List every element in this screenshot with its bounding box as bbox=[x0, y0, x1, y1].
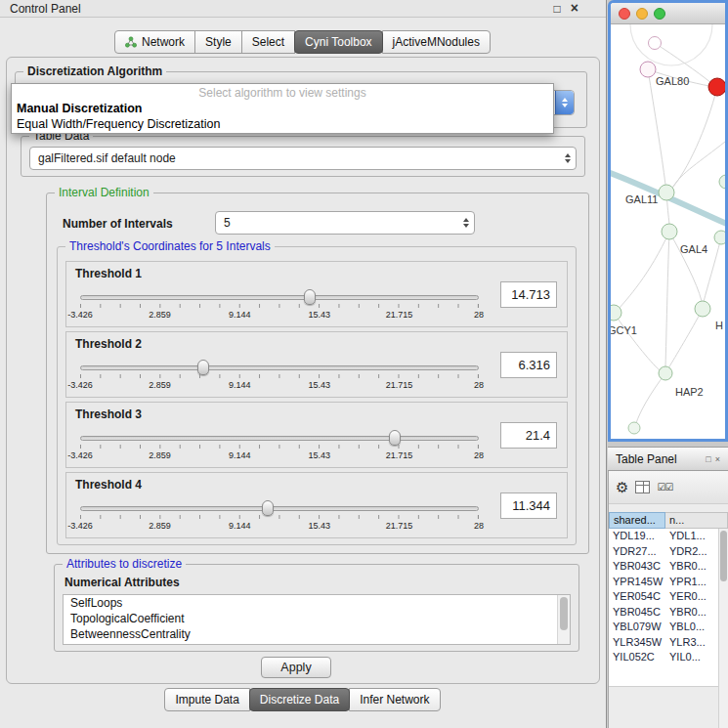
table-panel-header: Table Panel □ × bbox=[608, 447, 728, 471]
network-node-selected[interactable] bbox=[708, 78, 725, 96]
node-label-gal4: GAL4 bbox=[680, 243, 707, 255]
scrollbar-thumb[interactable] bbox=[720, 531, 727, 581]
table-scrollbar[interactable] bbox=[718, 529, 728, 728]
slider-ticks bbox=[80, 304, 479, 308]
network-node[interactable] bbox=[719, 175, 725, 189]
slider-track[interactable] bbox=[80, 295, 479, 300]
dropdown-option-equal-width[interactable]: Equal Width/Frequency Discretization bbox=[12, 116, 553, 132]
table-data-select[interactable]: galFiltered.sif default node bbox=[29, 147, 577, 170]
tab-jactivemnodules[interactable]: jActiveMNodules bbox=[382, 30, 491, 54]
number-of-intervals-select[interactable]: 5 bbox=[215, 211, 475, 235]
slider-thumb[interactable] bbox=[197, 360, 209, 375]
select-columns-icon[interactable]: ☑☑ bbox=[657, 482, 672, 492]
attributes-group-title: Attributes to discretize bbox=[63, 557, 186, 571]
float-window-icon[interactable]: □ bbox=[554, 2, 561, 16]
slider-track[interactable] bbox=[80, 506, 479, 511]
table-row[interactable]: YPR145W YPR1... bbox=[609, 575, 728, 590]
cell-shared-name[interactable]: YPR145W bbox=[609, 575, 665, 590]
float-panel-icon[interactable]: □ bbox=[706, 454, 710, 464]
node-label-hap2: HAP2 bbox=[675, 386, 704, 398]
slider-track[interactable] bbox=[80, 365, 479, 370]
column-header-name[interactable]: n... bbox=[665, 512, 728, 529]
threshold-2-value[interactable]: 6.316 bbox=[500, 352, 557, 378]
table-row[interactable]: YBL079W YBL0... bbox=[609, 620, 728, 635]
list-item[interactable]: BetweennessCentrality bbox=[64, 626, 570, 642]
network-node-gal11[interactable] bbox=[659, 185, 674, 200]
columns-icon[interactable] bbox=[635, 481, 650, 493]
tick-label: 28 bbox=[474, 380, 484, 390]
cyni-toolbox-panel: Discretization Algorithm Select algorith… bbox=[6, 57, 600, 684]
tab-discretize-data[interactable]: Discretize Data bbox=[249, 688, 350, 711]
cell-shared-name[interactable]: YDL19... bbox=[609, 529, 665, 544]
control-panel-window: Control Panel □ × Network Style Select C… bbox=[0, 0, 607, 728]
table-row[interactable]: YBR043C YBR0... bbox=[609, 559, 728, 575]
network-node[interactable] bbox=[628, 422, 640, 434]
threshold-3-value[interactable]: 21.4 bbox=[500, 422, 557, 449]
node-table-area: ⚙ ☑☑ shared... n... YDL19... YDL1... YDR… bbox=[608, 471, 728, 728]
list-item[interactable]: TopologicalCoefficient bbox=[64, 611, 570, 626]
table-row[interactable]: YER054C YER0... bbox=[609, 589, 728, 605]
slider-track[interactable] bbox=[80, 436, 479, 441]
cell-shared-name[interactable]: YER054C bbox=[609, 589, 665, 605]
tab-style[interactable]: Style bbox=[194, 30, 242, 54]
threshold-2-label: Threshold 2 bbox=[75, 337, 142, 351]
table-row[interactable]: YIL052C YIL0... bbox=[609, 650, 728, 665]
slider-thumb[interactable] bbox=[262, 500, 274, 516]
slider-thumb[interactable] bbox=[304, 289, 316, 305]
column-header-shared-name[interactable]: shared... bbox=[609, 512, 665, 529]
dropdown-placeholder: Select algorithm to view settings bbox=[12, 84, 553, 101]
threshold-4-value[interactable]: 11.344 bbox=[500, 492, 557, 519]
tick-label: 9.144 bbox=[229, 310, 251, 320]
cell-shared-name[interactable]: YLR345W bbox=[609, 635, 665, 651]
combo-stepper-icon bbox=[560, 148, 576, 169]
table-data-group: Table Data galFiltered.sif default node bbox=[21, 136, 585, 177]
table-row[interactable]: YBR045C YBR0... bbox=[609, 605, 728, 621]
tab-impute-data[interactable]: Impute Data bbox=[164, 688, 249, 711]
table-row[interactable]: YDR27... YDR2... bbox=[609, 544, 728, 560]
dropdown-option-manual-discretization[interactable]: Manual Discretization bbox=[12, 101, 553, 116]
gear-icon[interactable]: ⚙ bbox=[616, 480, 628, 494]
tab-infer-network[interactable]: Infer Network bbox=[349, 688, 440, 711]
list-item[interactable]: SelfLoops bbox=[64, 595, 570, 611]
network-node-hap2[interactable] bbox=[659, 366, 672, 380]
cell-shared-name[interactable]: YBR043C bbox=[609, 559, 665, 575]
slider-thumb[interactable] bbox=[389, 430, 401, 446]
close-panel-icon[interactable]: × bbox=[715, 454, 720, 464]
cell-shared-name[interactable]: YBL079W bbox=[609, 620, 665, 635]
tab-network[interactable]: Network bbox=[114, 30, 195, 54]
cell-shared-name[interactable]: YBR045C bbox=[609, 605, 665, 621]
table-row[interactable]: YLR345W YLR3... bbox=[609, 635, 728, 651]
attributes-list-scrollbar[interactable] bbox=[557, 595, 570, 644]
threshold-3-slider[interactable]: -3.426 2.859 9.144 15.43 21.715 28 bbox=[80, 430, 479, 463]
network-node[interactable] bbox=[714, 231, 725, 244]
zoom-traffic-light-icon[interactable] bbox=[654, 8, 665, 20]
threshold-1-slider[interactable]: -3.426 2.859 9.144 15.43 21.715 28 bbox=[80, 289, 479, 322]
threshold-1-value[interactable]: 14.713 bbox=[500, 281, 557, 308]
close-traffic-light-icon[interactable] bbox=[619, 8, 630, 20]
network-node-gal4[interactable] bbox=[662, 224, 677, 239]
network-canvas[interactable]: GAL80 GAL11 GAL4 GCY1 H HAP2 bbox=[611, 24, 725, 439]
cell-shared-name[interactable]: YDR27... bbox=[609, 544, 665, 560]
close-window-icon[interactable]: × bbox=[571, 2, 578, 16]
network-node[interactable] bbox=[695, 301, 710, 317]
cell-shared-name[interactable]: YIL052C bbox=[609, 650, 665, 665]
scrollbar-thumb[interactable] bbox=[560, 597, 568, 630]
network-node-gcy1[interactable] bbox=[611, 305, 621, 321]
network-node-gal80[interactable] bbox=[640, 62, 656, 77]
network-view-window: GAL80 GAL11 GAL4 GCY1 H HAP2 bbox=[608, 0, 728, 442]
tick-label: 2.859 bbox=[149, 521, 171, 531]
table-row[interactable]: YDL19... YDL1... bbox=[609, 529, 728, 544]
threshold-2-slider[interactable]: -3.426 2.859 9.144 15.43 21.715 28 bbox=[80, 360, 479, 393]
bottom-tab-bar: Impute Data Discretize Data Infer Networ… bbox=[0, 688, 606, 711]
network-icon bbox=[125, 36, 137, 48]
attributes-group: Attributes to discretize Numerical Attri… bbox=[54, 564, 579, 652]
tick-label: 28 bbox=[474, 310, 484, 320]
network-node[interactable] bbox=[649, 37, 662, 50]
tab-select[interactable]: Select bbox=[241, 30, 295, 54]
minimize-traffic-light-icon[interactable] bbox=[636, 8, 648, 20]
right-pane: GAL80 GAL11 GAL4 GCY1 H HAP2 Table Panel… bbox=[608, 0, 728, 728]
tab-cyni-toolbox[interactable]: Cyni Toolbox bbox=[294, 30, 382, 54]
threshold-4-slider[interactable]: -3.426 2.859 9.144 15.43 21.715 28 bbox=[80, 500, 479, 534]
node-label-gcy1: GCY1 bbox=[611, 324, 637, 336]
apply-button[interactable]: Apply bbox=[261, 657, 331, 678]
